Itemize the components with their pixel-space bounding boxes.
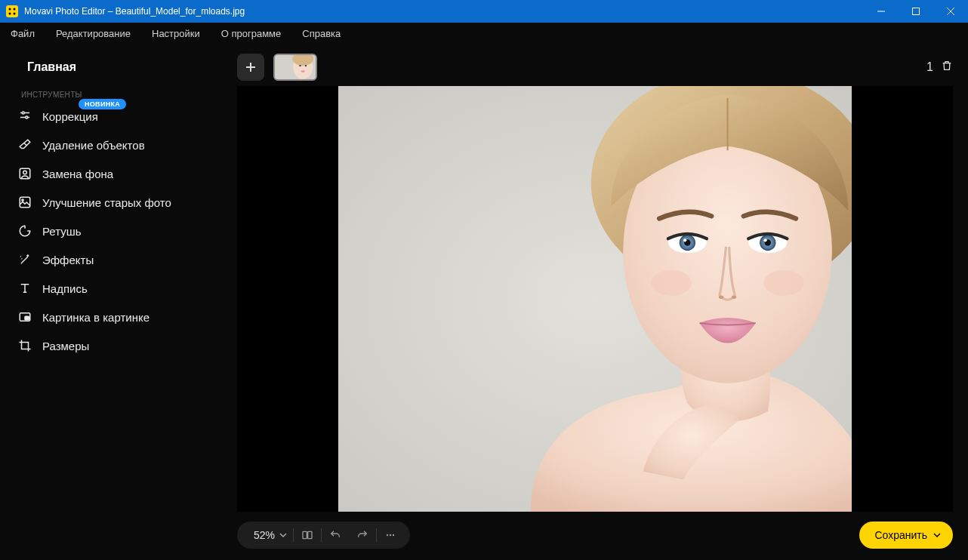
sidebar-item-old-photo[interactable]: Улучшение старых фото bbox=[0, 188, 227, 217]
window-controls bbox=[864, 0, 968, 23]
sidebar-item-label: Надпись bbox=[42, 282, 88, 295]
sidebar-item-label: Улучшение старых фото bbox=[42, 196, 171, 209]
sidebar-item-label: Картинка в картинке bbox=[42, 311, 150, 324]
svg-rect-47 bbox=[308, 531, 312, 538]
more-button[interactable] bbox=[377, 522, 404, 549]
chevron-down-icon bbox=[279, 531, 287, 539]
svg-line-12 bbox=[24, 143, 26, 146]
svg-point-48 bbox=[387, 534, 388, 536]
bottombar: 52% Сохранить bbox=[237, 512, 953, 549]
eraser-icon bbox=[18, 138, 32, 152]
svg-point-42 bbox=[719, 296, 723, 299]
svg-point-0 bbox=[9, 8, 11, 11]
svg-point-43 bbox=[732, 296, 736, 299]
menu-edit[interactable]: Редактирование bbox=[56, 28, 131, 39]
svg-point-14 bbox=[23, 171, 27, 174]
photo-preview bbox=[338, 86, 852, 512]
svg-point-28 bbox=[305, 65, 307, 66]
sidebar-item-retouch[interactable]: Ретушь bbox=[0, 217, 227, 245]
svg-rect-21 bbox=[25, 316, 29, 320]
thumbs-right: 1 bbox=[926, 60, 953, 75]
close-button[interactable] bbox=[933, 0, 968, 23]
thumbnail-1[interactable] bbox=[273, 54, 317, 81]
svg-point-44 bbox=[651, 270, 691, 296]
workarea: 1 bbox=[227, 44, 968, 560]
svg-point-45 bbox=[763, 270, 803, 296]
chevron-down-icon bbox=[933, 531, 941, 539]
svg-rect-46 bbox=[303, 531, 307, 538]
zoom-toolbar: 52% bbox=[237, 522, 410, 549]
sliders-icon bbox=[18, 109, 32, 123]
sidebar-item-label: Ретушь bbox=[42, 225, 82, 238]
menubar: Файл Редактирование Настройки О программ… bbox=[0, 23, 968, 44]
svg-rect-5 bbox=[913, 8, 920, 15]
zoom-value: 52% bbox=[254, 529, 275, 541]
svg-point-2 bbox=[9, 13, 11, 15]
sidebar-item-label: Эффекты bbox=[42, 254, 94, 266]
save-button[interactable]: Сохранить bbox=[859, 522, 953, 549]
sidebar-item-bg-replace[interactable]: Замена фона bbox=[0, 159, 227, 188]
magic-wand-icon bbox=[18, 253, 32, 266]
sidebar-item-label: Замена фона bbox=[42, 168, 113, 180]
crop-icon bbox=[18, 339, 32, 352]
add-image-button[interactable] bbox=[237, 54, 264, 81]
app-logo-icon bbox=[6, 5, 18, 17]
svg-point-16 bbox=[22, 199, 23, 201]
zoom-dropdown[interactable]: 52% bbox=[243, 529, 293, 541]
maximize-button[interactable] bbox=[899, 0, 933, 23]
sidebar: Главная ИНСТРУМЕНТЫ НОВИНКА Коррекция Уд… bbox=[0, 44, 227, 560]
menu-settings[interactable]: Настройки bbox=[152, 28, 200, 39]
svg-point-40 bbox=[683, 238, 686, 242]
titlebar: Movavi Photo Editor – Beautiful_Model_fo… bbox=[0, 0, 968, 23]
window-title: Movavi Photo Editor – Beautiful_Model_fo… bbox=[24, 6, 245, 17]
person-frame-icon bbox=[18, 167, 32, 180]
sidebar-item-object-removal[interactable]: Удаление объектов bbox=[0, 131, 227, 159]
svg-point-9 bbox=[22, 112, 24, 114]
new-badge: НОВИНКА bbox=[79, 99, 126, 109]
sidebar-item-label: Размеры bbox=[42, 340, 89, 352]
sidebar-item-label: Удаление объектов bbox=[42, 139, 145, 152]
svg-point-11 bbox=[26, 116, 28, 118]
svg-point-29 bbox=[301, 70, 305, 72]
undo-button[interactable] bbox=[322, 522, 349, 549]
sidebar-item-label: Коррекция bbox=[42, 110, 98, 123]
sidebar-home-label: Главная bbox=[27, 60, 76, 74]
sidebar-item-caption[interactable]: Надпись bbox=[0, 274, 227, 303]
sidebar-item-pip[interactable]: Картинка в картинке bbox=[0, 303, 227, 331]
sidebar-item-correction[interactable]: НОВИНКА Коррекция bbox=[0, 102, 227, 131]
svg-point-27 bbox=[299, 65, 301, 66]
sidebar-home[interactable]: Главная bbox=[0, 54, 227, 85]
svg-point-1 bbox=[14, 8, 16, 11]
content-area: Главная ИНСТРУМЕНТЫ НОВИНКА Коррекция Уд… bbox=[0, 44, 968, 560]
sidebar-item-sizes[interactable]: Размеры bbox=[0, 331, 227, 360]
redo-button[interactable] bbox=[349, 522, 376, 549]
thumbnail-row: 1 bbox=[237, 44, 953, 86]
restore-photo-icon bbox=[18, 195, 32, 209]
svg-point-50 bbox=[393, 534, 394, 536]
svg-point-3 bbox=[14, 13, 16, 15]
sidebar-item-effects[interactable]: Эффекты bbox=[0, 245, 227, 274]
pip-icon bbox=[18, 310, 32, 324]
thumb-count: 1 bbox=[926, 60, 933, 74]
menu-file[interactable]: Файл bbox=[11, 28, 35, 39]
canvas-area[interactable] bbox=[237, 86, 953, 512]
text-icon bbox=[18, 282, 32, 295]
menu-help[interactable]: Справка bbox=[302, 28, 341, 39]
svg-point-49 bbox=[390, 534, 391, 536]
trash-icon[interactable] bbox=[941, 60, 953, 75]
svg-point-41 bbox=[763, 238, 766, 242]
save-label: Сохранить bbox=[874, 529, 927, 541]
retouch-icon bbox=[18, 224, 32, 238]
minimize-button[interactable] bbox=[864, 0, 899, 23]
compare-button[interactable] bbox=[294, 522, 321, 549]
menu-about[interactable]: О программе bbox=[221, 28, 282, 39]
